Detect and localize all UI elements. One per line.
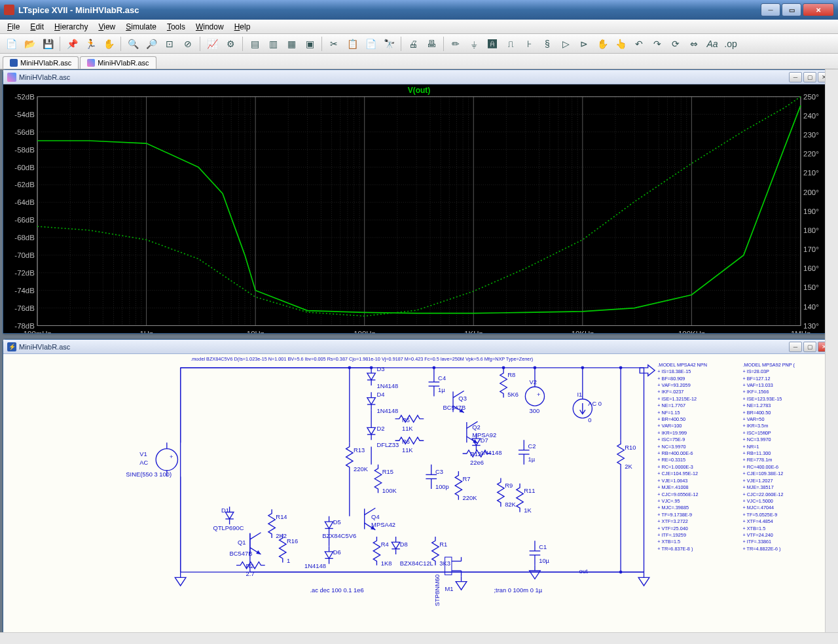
find-icon[interactable]: 🔭 bbox=[380, 36, 397, 52]
save-icon[interactable]: 💾 bbox=[39, 36, 56, 52]
maximize-button[interactable]: ▭ bbox=[782, 3, 801, 16]
svg-text:+ NE=1.7767: + NE=1.7767 bbox=[657, 402, 685, 408]
doctab-0[interactable]: MiniHVlabR.asc bbox=[3, 56, 79, 69]
waveform-titlebar: MiniHVlabR.asc ─ ▢ ✕ bbox=[3, 70, 835, 84]
svg-text:160°: 160° bbox=[803, 264, 819, 272]
drag-icon[interactable]: 👆 bbox=[612, 36, 629, 52]
app-icon bbox=[4, 5, 14, 15]
rotate-icon[interactable]: ⟳ bbox=[667, 36, 684, 52]
mirror-icon[interactable]: ⇔ bbox=[685, 36, 702, 52]
undo-icon[interactable]: ↶ bbox=[630, 36, 647, 52]
svg-text:+ VAF=93.2059: + VAF=93.2059 bbox=[657, 382, 690, 388]
schematic-canvas[interactable]: .model BZX84C5V6 D(Is=1.023e-15 N=1.001 … bbox=[3, 354, 835, 641]
cascade-icon[interactable]: ▦ bbox=[283, 36, 300, 52]
svg-text:.MODEL MPSA42 NPN: .MODEL MPSA42 NPN bbox=[657, 362, 707, 368]
redo-icon[interactable]: ↷ bbox=[649, 36, 666, 52]
zoom-back-icon[interactable]: ⊘ bbox=[179, 36, 196, 52]
svg-text:R10: R10 bbox=[625, 444, 636, 451]
zoom-out-icon[interactable]: 🔎 bbox=[143, 36, 160, 52]
menu-help[interactable]: Help bbox=[229, 21, 256, 33]
svg-text:V2: V2 bbox=[530, 379, 537, 385]
svg-text:+ VJC=.95: + VJC=.95 bbox=[657, 498, 680, 504]
tile-horizontal-icon[interactable]: ▤ bbox=[246, 36, 263, 52]
wire-icon[interactable]: ✏ bbox=[447, 36, 464, 52]
tile-vertical-icon[interactable]: ▥ bbox=[264, 36, 282, 52]
diode-icon[interactable]: ▷ bbox=[557, 36, 574, 52]
svg-text:+ XTB=1.5: + XTB=1.5 bbox=[657, 539, 680, 545]
svg-text:1Hz: 1Hz bbox=[139, 330, 153, 333]
svg-text:-66dB: -66dB bbox=[14, 216, 35, 224]
waveform-maximize[interactable]: ▢ bbox=[803, 72, 816, 82]
spice-directive-icon[interactable]: .op bbox=[722, 36, 739, 52]
svg-text:+ RE=0.3315: + RE=0.3315 bbox=[657, 457, 685, 463]
pan-icon[interactable]: ✋ bbox=[100, 36, 117, 52]
cut-icon[interactable]: ✂ bbox=[325, 36, 342, 52]
zoom-fit-icon[interactable]: ⊡ bbox=[161, 36, 178, 52]
svg-text:+ VTF=25.040: + VTF=25.040 bbox=[657, 526, 687, 531]
print-icon[interactable]: 🖨 bbox=[405, 36, 422, 52]
svg-text:140°: 140° bbox=[803, 303, 819, 311]
menu-window[interactable]: Window bbox=[191, 21, 229, 33]
tool-pin-icon[interactable]: 📌 bbox=[64, 36, 81, 52]
svg-text:200°: 200° bbox=[803, 188, 819, 196]
move-icon[interactable]: ✋ bbox=[594, 36, 611, 52]
svg-text:-70dB: -70dB bbox=[14, 251, 35, 259]
menu-simulate[interactable]: Simulate bbox=[120, 21, 162, 33]
vertical-scrollbar[interactable] bbox=[825, 69, 838, 632]
svg-text:;tran 0 100m 0 1µ: ;tran 0 100m 0 1µ bbox=[494, 587, 542, 594]
horizontal-scrollbar[interactable] bbox=[0, 632, 838, 644]
svg-text:.MODEL MPSA92 PNP (: .MODEL MPSA92 PNP ( bbox=[742, 362, 795, 368]
menu-edit[interactable]: Edit bbox=[25, 21, 49, 33]
svg-text:+ CJE=109.38E-12: + CJE=109.38E-12 bbox=[742, 471, 783, 476]
autorange-icon[interactable]: 📈 bbox=[204, 36, 221, 52]
svg-text:+ VAR=100: + VAR=100 bbox=[657, 423, 682, 429]
svg-text:-68dB: -68dB bbox=[14, 234, 35, 241]
zoom-in-icon[interactable]: 🔍 bbox=[124, 36, 141, 52]
svg-text:Q4: Q4 bbox=[371, 514, 380, 520]
label-net-icon[interactable]: 🅰 bbox=[484, 36, 501, 52]
waveform-icon bbox=[87, 59, 95, 67]
svg-text:+ VTF=24.240: + VTF=24.240 bbox=[742, 532, 773, 538]
waveform-icon bbox=[7, 73, 16, 82]
close-button[interactable]: ✕ bbox=[803, 3, 834, 16]
svg-text:130°: 130° bbox=[803, 322, 819, 330]
setup-icon[interactable]: ⚙ bbox=[222, 36, 239, 52]
menu-view[interactable]: View bbox=[93, 21, 120, 33]
svg-text:100K: 100K bbox=[382, 488, 397, 494]
inductor-icon[interactable]: § bbox=[539, 36, 556, 52]
copy-icon[interactable]: 📋 bbox=[344, 36, 361, 52]
close-window-icon[interactable]: ▣ bbox=[301, 36, 318, 52]
svg-text:-56dB: -56dB bbox=[14, 128, 35, 136]
resistor-icon[interactable]: ⎍ bbox=[502, 36, 519, 52]
svg-text:R8: R8 bbox=[507, 372, 515, 378]
svg-text:R9: R9 bbox=[505, 482, 513, 489]
svg-text:+ VJE=1.2027: + VJE=1.2027 bbox=[742, 478, 773, 484]
menu-hierarchy[interactable]: Hierarchy bbox=[49, 21, 93, 33]
doctab-1[interactable]: MiniHVlabR.asc bbox=[80, 56, 156, 69]
minimize-button[interactable]: ─ bbox=[761, 3, 780, 16]
menu-tools[interactable]: Tools bbox=[162, 21, 191, 33]
svg-text:+ ISE=123.93E-15: + ISE=123.93E-15 bbox=[742, 396, 782, 402]
new-schematic-icon[interactable]: 📄 bbox=[3, 36, 20, 52]
open-icon[interactable]: 📂 bbox=[21, 36, 38, 52]
doctab-label: MiniHVlabR.asc bbox=[98, 59, 149, 67]
waveform-minimize[interactable]: ─ bbox=[789, 72, 802, 82]
print-setup-icon[interactable]: 🖶 bbox=[423, 36, 440, 52]
schematic-minimize[interactable]: ─ bbox=[789, 342, 802, 352]
capacitor-icon[interactable]: ⊦ bbox=[520, 36, 537, 52]
toolbar: 📄 📂 💾 📌 🏃 ✋ 🔍 🔎 ⊡ ⊘ 📈 ⚙ ▤ ▥ ▦ ▣ ✂ 📋 📄 🔭 … bbox=[0, 34, 838, 54]
schematic-maximize[interactable]: ▢ bbox=[803, 342, 816, 352]
paste-icon[interactable]: 📄 bbox=[362, 36, 379, 52]
svg-point-267 bbox=[370, 366, 373, 369]
svg-text:150°: 150° bbox=[803, 283, 819, 291]
svg-point-197 bbox=[619, 366, 623, 369]
component-icon[interactable]: ⊳ bbox=[575, 36, 592, 52]
svg-text:R11: R11 bbox=[524, 488, 535, 494]
svg-text:+ NC=3.9970: + NC=3.9970 bbox=[742, 437, 771, 442]
menu-file[interactable]: File bbox=[2, 21, 25, 33]
text-icon[interactable]: Aa bbox=[704, 36, 721, 52]
waveform-plot[interactable]: V(out) -52dB-54dB-56dB-58dB-60dB-62dB-64… bbox=[3, 84, 835, 333]
ground-icon[interactable]: ⏚ bbox=[465, 36, 483, 52]
run-icon[interactable]: 🏃 bbox=[82, 36, 99, 52]
svg-text:+ XTB=1.5: + XTB=1.5 bbox=[742, 526, 765, 531]
